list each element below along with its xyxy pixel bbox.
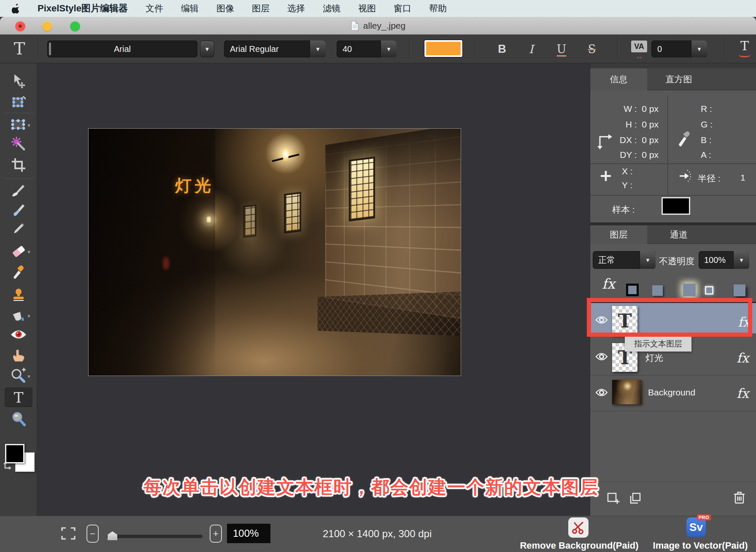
zoom-out-button[interactable]: −	[86, 525, 99, 543]
menu-item-image[interactable]: 图像	[216, 3, 234, 14]
visibility-eye-icon[interactable]	[595, 316, 608, 326]
magic-wand-tool[interactable]	[0, 135, 37, 154]
menu-item-filter[interactable]: 滤镜	[323, 3, 340, 14]
radius-value: 1	[740, 173, 745, 183]
detail-brush-tool[interactable]	[0, 200, 37, 219]
blend-mode-select[interactable]: 正常 ▼	[593, 251, 656, 269]
photo-window	[284, 192, 301, 234]
italic-button[interactable]: I	[522, 41, 540, 57]
paintbrush-tool[interactable]	[0, 181, 37, 199]
kerning-select[interactable]: 0 ▼	[651, 41, 707, 57]
chevron-down-icon: ▼	[381, 41, 397, 57]
photo-alley[interactable]: 灯光 Z www.MacZ.com	[89, 129, 461, 376]
layer-style-shadow[interactable]	[734, 284, 745, 296]
layer-style-plain[interactable]	[652, 285, 663, 296]
toolbar-divider	[725, 37, 725, 60]
layer-style-soft[interactable]	[705, 286, 713, 295]
toolbar-divider	[617, 37, 618, 60]
text-layer-tooltip: 指示文本图层	[625, 336, 691, 352]
eraser-tool[interactable]: ▼	[0, 242, 37, 260]
layer-style-fx-label: fx	[602, 276, 615, 292]
menu-item-select[interactable]: 选择	[287, 3, 305, 14]
pencil-tool[interactable]	[0, 219, 37, 237]
zoom-in-tool[interactable]: ▼	[0, 366, 37, 385]
foreground-color-swatch[interactable]	[5, 444, 24, 463]
text-on-path-button[interactable]: T	[736, 40, 753, 58]
layer-thumbnail[interactable]	[612, 380, 642, 404]
text-color-swatch[interactable]	[424, 40, 462, 57]
radius-label: 半径 :	[698, 173, 721, 184]
tab-histogram[interactable]: 直方图	[647, 68, 710, 90]
menu-item-edit[interactable]: 编辑	[181, 3, 199, 14]
photo-left-wall	[89, 129, 215, 376]
menu-item-help[interactable]: 帮助	[429, 3, 447, 14]
layer-thumbnail[interactable]: T	[612, 306, 637, 336]
move-tool[interactable]	[0, 72, 37, 90]
underline-button[interactable]: U	[552, 41, 571, 57]
layer-name[interactable]: Background	[648, 387, 695, 398]
clone-stamp-tool[interactable]	[0, 284, 37, 303]
crop-tool[interactable]	[0, 156, 37, 174]
zoom-in-button[interactable]: +	[210, 525, 222, 543]
status-bar: − + 100% 2100 × 1400 px, 300 dpi Remove …	[0, 516, 756, 552]
transform-tool[interactable]	[0, 92, 37, 111]
fit-to-screen-icon[interactable]	[61, 526, 76, 542]
zoom-level-field[interactable]: 100%	[227, 524, 270, 543]
layer-row-background[interactable]: Background fx	[590, 376, 756, 411]
layer-style-stroke[interactable]	[626, 284, 639, 296]
channel-r-label: R :	[701, 104, 712, 114]
info-dy-row: DY : 0 px	[599, 150, 659, 160]
smudge-finger-tool[interactable]	[0, 346, 37, 365]
zoom-slider[interactable]	[107, 535, 202, 538]
search-magnifier-tool[interactable]	[0, 410, 37, 428]
layer-style-glow[interactable]	[683, 284, 696, 296]
layer-row-selected[interactable]: T fx	[590, 302, 756, 333]
marquee-select-tool[interactable]: ▼	[0, 115, 37, 134]
document-canvas[interactable]: 灯光 Z www.MacZ.com	[38, 63, 589, 516]
layer-fx-badge[interactable]: fx	[738, 314, 750, 330]
tools-divider	[3, 113, 34, 113]
menu-item-window[interactable]: 窗口	[394, 3, 411, 14]
menu-item-view[interactable]: 视图	[358, 3, 376, 14]
paint-bucket-tool[interactable]: ▼	[0, 306, 37, 325]
tab-channels[interactable]: 通道	[647, 225, 710, 244]
photo-wall-panels	[318, 292, 461, 336]
info-tab-bar: 信息 直方图	[590, 68, 756, 90]
layer-fx-badge[interactable]: fx	[737, 350, 749, 365]
layer-fx-badge[interactable]: fx	[737, 386, 749, 401]
scissors-icon	[571, 520, 586, 535]
chevron-down-icon: ▼	[640, 251, 656, 269]
font-style-select[interactable]: Arial Regular ▼	[224, 41, 326, 57]
visibility-eye-icon[interactable]	[595, 388, 608, 399]
eyedropper-tool[interactable]	[0, 263, 37, 281]
image-to-vector-button[interactable]: Sv PRO	[686, 517, 706, 537]
layer-name[interactable]: 灯光	[645, 352, 663, 364]
opacity-select[interactable]: 100% ▼	[699, 251, 749, 269]
font-family-dropdown-button[interactable]: ▼	[200, 41, 214, 57]
text-tool[interactable]: T	[5, 387, 32, 407]
apple-logo-icon[interactable]	[12, 4, 20, 14]
tab-layers[interactable]: 图层	[590, 225, 647, 244]
strikethrough-button[interactable]: S	[583, 41, 601, 57]
bold-button[interactable]: B	[493, 41, 511, 57]
menu-app-name[interactable]: PixelStyle图片编辑器	[38, 2, 128, 15]
remove-background-button[interactable]	[568, 517, 589, 538]
delete-layer-button[interactable]	[734, 491, 745, 506]
chevron-down-icon: ▼	[205, 46, 210, 52]
chevron-down-icon: ▼	[27, 249, 31, 254]
font-size-select[interactable]: 40 ▼	[337, 41, 397, 57]
sample-color-swatch[interactable]	[662, 197, 690, 215]
canvas-text-layer[interactable]: 灯光	[175, 174, 214, 197]
menu-item-layer[interactable]: 图层	[252, 3, 270, 14]
menu-item-file[interactable]: 文件	[146, 3, 163, 14]
visibility-eye-icon[interactable]	[595, 352, 608, 363]
zoom-slider-thumb[interactable]	[108, 531, 117, 540]
image-to-vector-label[interactable]: Image to Vector(Paid)	[648, 540, 753, 551]
chevron-down-icon: ▼	[691, 41, 707, 57]
font-family-select[interactable]: Arial	[47, 41, 197, 57]
red-eye-tool[interactable]	[0, 325, 37, 344]
tab-info[interactable]: 信息	[590, 68, 647, 90]
remove-background-label[interactable]: Remove Background(Paid)	[514, 540, 645, 551]
channel-g-label: G :	[701, 119, 713, 130]
text-path-arc-icon	[739, 52, 751, 57]
